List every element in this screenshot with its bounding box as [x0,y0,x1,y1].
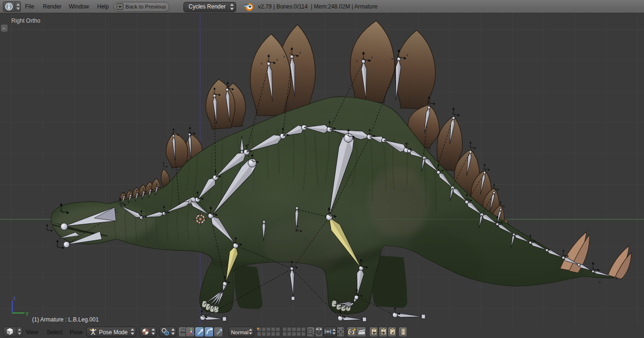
svg-text:z: z [371,56,373,59]
svg-text:x: x [391,57,393,60]
svg-text:z: z [299,51,301,54]
svg-text:z: z [13,296,16,301]
svg-text:x: x [599,280,601,284]
svg-text:+: + [2,26,5,31]
svg-text:y: y [616,275,618,279]
svg-text:y: y [26,311,28,316]
svg-text:(1) Armature : L.B.Leg.001: (1) Armature : L.B.Leg.001 [32,316,99,323]
svg-text:x: x [356,59,358,63]
svg-text:x: x [283,55,285,58]
svg-text:z: z [276,58,278,61]
svg-text:Right Ortho: Right Ortho [11,17,41,24]
svg-text:z: z [406,53,408,57]
svg-text:x: x [261,62,263,65]
